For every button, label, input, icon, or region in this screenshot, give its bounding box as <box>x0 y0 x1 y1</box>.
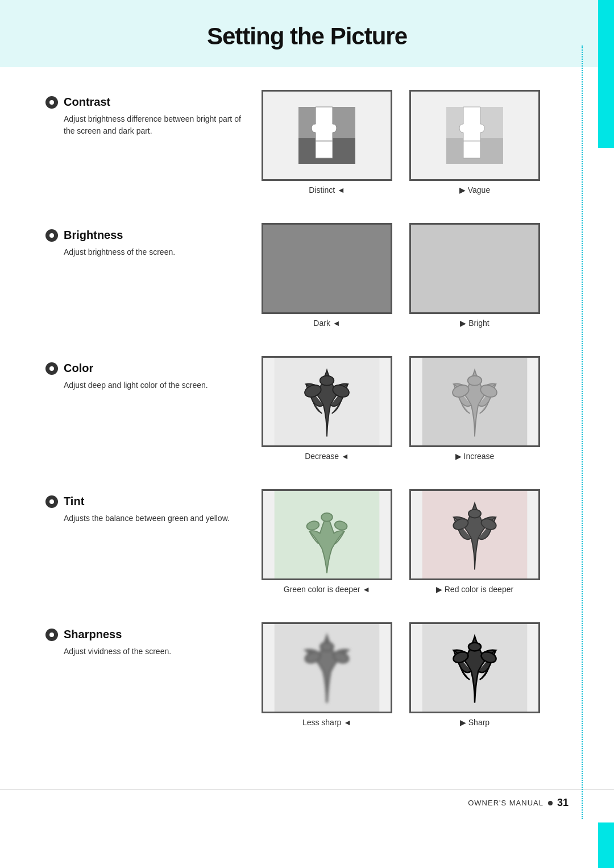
page-title: Setting the Picture <box>0 23 614 50</box>
tint-section: Tint Adjusts the balance between green a… <box>45 489 569 594</box>
brightness-heading: Brightness <box>45 229 250 242</box>
contrast-desc: Adjust brightness difference between bri… <box>45 113 250 137</box>
svg-point-7 <box>320 375 334 385</box>
tint-title: Tint <box>64 495 84 508</box>
contrast-right-image: ▶ Vague <box>409 90 540 195</box>
page-title-area: Setting the Picture <box>0 0 614 67</box>
sharpness-heading: Sharpness <box>45 628 250 641</box>
footer-manual-text: OWNER'S MANUAL <box>468 799 544 807</box>
brightness-dark-frame <box>262 223 392 314</box>
brightness-dark-box <box>263 225 391 312</box>
color-title: Color <box>64 362 93 375</box>
contrast-bullet <box>45 96 58 109</box>
color-decrease-frame <box>262 356 392 447</box>
brightness-images: Dark ◄ ▶ Bright <box>262 223 540 328</box>
svg-point-23 <box>321 643 333 651</box>
brightness-dark-block: Dark ◄ <box>262 223 392 328</box>
color-increase-block: ▶ Increase <box>409 356 540 461</box>
svg-point-15 <box>321 513 333 522</box>
page-footer: OWNER'S MANUAL 31 <box>0 790 614 816</box>
brightness-desc: Adjust brightness of the screen. <box>45 246 250 258</box>
sharpness-less-leaf <box>270 622 384 713</box>
contrast-heading: Contrast <box>45 96 250 109</box>
sharpness-title: Sharpness <box>64 628 122 641</box>
brightness-section: Brightness Adjust brightness of the scre… <box>45 223 569 328</box>
brightness-bullet <box>45 229 58 242</box>
sharpness-sharp-leaf <box>418 622 532 713</box>
color-bullet <box>45 362 58 375</box>
color-increase-frame <box>409 356 540 447</box>
brightness-dark-label: Dark ◄ <box>313 319 340 328</box>
sharpness-desc: Adjust vividness of the screen. <box>45 646 250 658</box>
tint-red-leaf <box>418 489 532 580</box>
brightness-light-block: ▶ Bright <box>409 223 540 328</box>
leaf-color-dark <box>270 356 384 447</box>
brightness-left: Brightness Adjust brightness of the scre… <box>45 223 262 258</box>
contrast-dark-frame <box>262 90 392 181</box>
color-section: Color Adjust deep and light color of the… <box>45 356 569 461</box>
tint-left: Tint Adjusts the balance between green a… <box>45 489 262 524</box>
contrast-title: Contrast <box>64 96 110 109</box>
brightness-light-frame <box>409 223 540 314</box>
contrast-left: Contrast Adjust brightness difference be… <box>45 90 262 137</box>
tint-images: Green color is deeper ◄ <box>262 489 540 594</box>
main-content: Contrast Adjust brightness difference be… <box>0 90 614 778</box>
color-decrease-block: Decrease ◄ <box>262 356 392 461</box>
cyan-accent-bottom <box>598 822 614 868</box>
dotted-border <box>582 46 583 819</box>
color-desc: Adjust deep and light color of the scree… <box>45 379 250 391</box>
color-left: Color Adjust deep and light color of the… <box>45 356 262 391</box>
sharpness-less-frame <box>262 622 392 713</box>
brightness-bright-label: ▶ Bright <box>460 319 489 328</box>
sharpness-sharp-block: ▶ Sharp <box>409 622 540 727</box>
sharpness-left: Sharpness Adjust vividness of the screen… <box>45 622 262 658</box>
sharpness-less-block: Less sharp ◄ <box>262 622 392 727</box>
brightness-title: Brightness <box>64 229 123 242</box>
leaf-color-light <box>418 356 532 447</box>
tint-green-block: Green color is deeper ◄ <box>262 489 392 594</box>
color-heading: Color <box>45 362 250 375</box>
tint-heading: Tint <box>45 495 250 508</box>
svg-point-19 <box>468 510 481 518</box>
tint-bullet <box>45 495 58 508</box>
sharpness-bullet <box>45 629 58 641</box>
tint-green-label: Green color is deeper ◄ <box>284 585 370 594</box>
tint-red-block: ▶ Red color is deeper <box>409 489 540 594</box>
sharpness-less-label: Less sharp ◄ <box>302 718 351 727</box>
tint-red-label: ▶ Red color is deeper <box>436 585 513 594</box>
sharpness-sharp-label: ▶ Sharp <box>460 718 489 727</box>
contrast-right-label: ▶ Vague <box>459 185 490 195</box>
footer-dot <box>548 801 553 805</box>
tint-red-frame <box>409 489 540 580</box>
svg-point-27 <box>468 643 481 651</box>
sharpness-sharp-frame <box>409 622 540 713</box>
contrast-light-puzzle <box>443 104 506 167</box>
contrast-section: Contrast Adjust brightness difference be… <box>45 90 569 195</box>
tint-green-frame <box>262 489 392 580</box>
color-images: Decrease ◄ <box>262 356 540 461</box>
color-increase-label: ▶ Increase <box>455 452 495 461</box>
contrast-light-frame <box>409 90 540 181</box>
tint-green-plant <box>270 489 384 580</box>
contrast-images: Distinct ◄ ▶ Vague <box>262 90 540 195</box>
cyan-accent-top <box>598 0 614 148</box>
tint-desc: Adjusts the balance between green and ye… <box>45 512 250 524</box>
footer-page-number: 31 <box>557 797 569 809</box>
sharpness-section: Sharpness Adjust vividness of the screen… <box>45 622 569 727</box>
contrast-dark-puzzle <box>296 104 358 167</box>
sharpness-images: Less sharp ◄ <box>262 622 540 727</box>
color-decrease-label: Decrease ◄ <box>305 452 349 461</box>
contrast-left-label: Distinct ◄ <box>309 185 345 195</box>
brightness-light-box <box>411 225 538 312</box>
svg-point-11 <box>468 375 482 385</box>
contrast-left-image: Distinct ◄ <box>262 90 392 195</box>
